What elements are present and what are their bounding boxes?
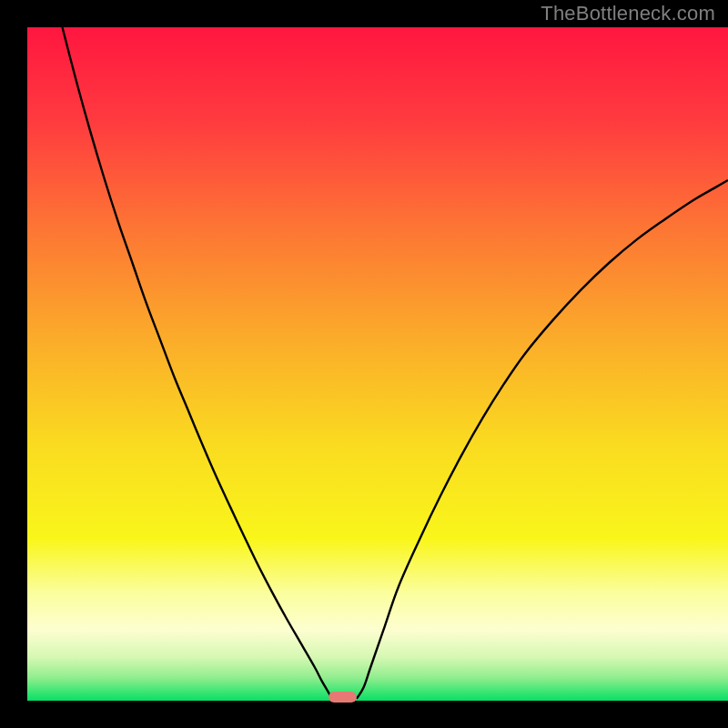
bottleneck-chart xyxy=(0,0,728,728)
chart-container: { "watermark": "TheBottleneck.com", "cha… xyxy=(0,0,728,728)
watermark-text: TheBottleneck.com xyxy=(541,2,715,25)
plot-background xyxy=(27,27,728,701)
bottleneck-marker xyxy=(329,692,357,703)
